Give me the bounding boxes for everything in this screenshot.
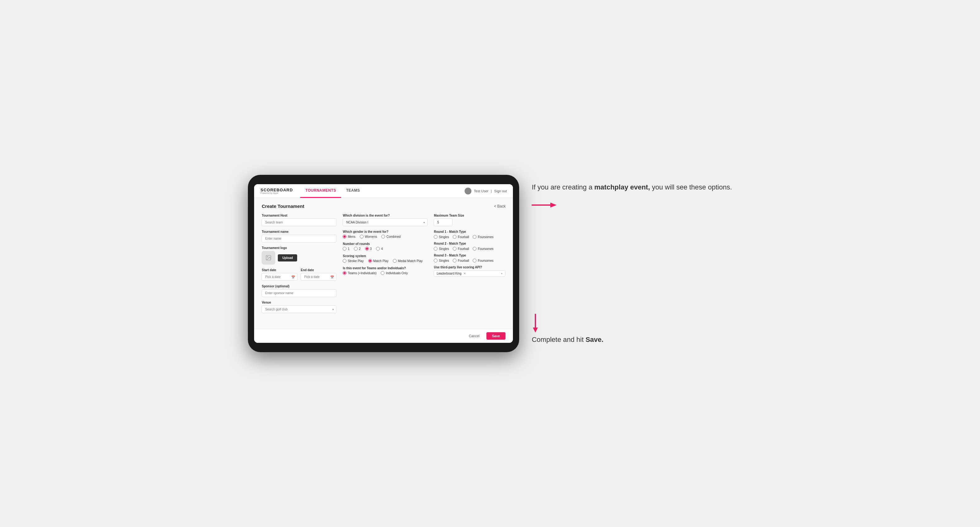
round-1[interactable]: 1 <box>343 247 350 251</box>
calendar-icon-2: 📅 <box>330 275 334 279</box>
back-link[interactable]: < Back <box>494 204 506 208</box>
svg-marker-5 <box>533 327 538 333</box>
venue-group: Venue ▾ <box>262 301 336 313</box>
event-individuals-radio[interactable] <box>381 271 385 275</box>
round1-foursomes-radio[interactable] <box>473 235 476 239</box>
form-footer: Cancel Save <box>254 329 513 343</box>
start-date-wrapper: 📅 <box>262 273 298 281</box>
navbar: SCOREBOARD Powered by clippit TOURNAMENT… <box>254 184 513 198</box>
division-group: Which division is the event for? NCAA Di… <box>343 214 428 226</box>
tournament-host-label: Tournament Host <box>262 214 336 217</box>
dates-group: Start date 📅 End date <box>262 268 336 281</box>
round-2[interactable]: 2 <box>354 247 361 251</box>
api-tag-value: Leaderboard King <box>436 272 461 275</box>
start-date-field: Start date 📅 <box>262 268 298 281</box>
main-content: Create Tournament < Back Tournament Host… <box>254 198 513 329</box>
round-3[interactable]: 3 <box>365 247 372 251</box>
round-1-radio[interactable] <box>343 247 347 251</box>
round2-fourball-radio[interactable] <box>453 247 457 251</box>
api-tag-remove[interactable]: ✕ <box>463 272 466 275</box>
round3-foursomes[interactable]: Foursomes <box>473 259 493 262</box>
round2-singles[interactable]: Singles <box>434 247 449 251</box>
venue-input[interactable] <box>262 305 336 313</box>
tablet-frame: SCOREBOARD Powered by clippit TOURNAMENT… <box>248 175 519 352</box>
upload-button[interactable]: Upload <box>278 254 297 262</box>
signout-link[interactable]: Sign out <box>494 189 507 193</box>
event-for-label: Is this event for Teams and/or Individua… <box>343 267 428 270</box>
scoring-match[interactable]: Match Play <box>368 259 388 263</box>
round-4[interactable]: 4 <box>376 247 383 251</box>
event-individuals[interactable]: Individuals Only <box>381 271 408 275</box>
round1-fourball-radio[interactable] <box>453 235 457 239</box>
max-team-size-input[interactable] <box>434 219 452 226</box>
round1-singles-radio[interactable] <box>434 235 438 239</box>
division-select[interactable]: NCAA Division I NCAA Division II NCAA Di… <box>343 219 428 226</box>
gender-womens-label: Womens <box>365 235 377 238</box>
round3-fourball-radio[interactable] <box>453 259 457 262</box>
sponsor-input[interactable] <box>262 289 336 297</box>
sponsor-group: Sponsor (optional) <box>262 284 336 297</box>
round2-foursomes[interactable]: Foursomes <box>473 247 493 251</box>
round-2-radio[interactable] <box>354 247 358 251</box>
round1-foursomes[interactable]: Foursomes <box>473 235 493 239</box>
round1-singles[interactable]: Singles <box>434 235 449 239</box>
venue-label: Venue <box>262 301 336 304</box>
third-party-api-label: Use third-party live scoring API? <box>434 265 506 269</box>
gender-combined[interactable]: Combined <box>381 235 401 238</box>
third-party-api-group: Use third-party live scoring API? Leader… <box>434 265 506 277</box>
round3-singles-radio[interactable] <box>434 259 438 262</box>
tournament-name-input[interactable] <box>262 235 336 243</box>
gender-group: Which gender is the event for? Mens Wome… <box>343 230 428 238</box>
round1-singles-label: Singles <box>439 235 449 239</box>
scoring-stroke[interactable]: Stroke Play <box>343 259 364 263</box>
round3-fourball[interactable]: Fourball <box>453 259 469 262</box>
gender-mens[interactable]: Mens <box>343 235 355 238</box>
round2-fourball[interactable]: Fourball <box>453 247 469 251</box>
annotation-matchplay-text: If you are creating a matchplay event, y… <box>531 183 732 192</box>
logo-upload-area: Upload <box>262 251 336 265</box>
event-teams-radio[interactable] <box>343 271 347 275</box>
round2-foursomes-radio[interactable] <box>473 247 476 251</box>
event-teams-label: Teams (+Individuals) <box>348 271 376 275</box>
avatar <box>465 187 471 194</box>
annotation-bottom: Complete and hit Save. <box>531 314 732 345</box>
scoring-match-radio[interactable] <box>368 259 372 263</box>
round3-singles[interactable]: Singles <box>434 259 449 262</box>
rounds-radio-group: 1 2 3 <box>343 247 428 251</box>
rounds-label: Number of rounds <box>343 242 428 246</box>
scoring-medal[interactable]: Medal Match Play <box>393 259 423 263</box>
round3-foursomes-radio[interactable] <box>473 259 476 262</box>
gender-womens[interactable]: Womens <box>360 235 377 238</box>
page-header: Create Tournament < Back <box>262 203 506 209</box>
rounds-group: Number of rounds 1 2 <box>343 242 428 251</box>
round2-label: Round 2 - Match Type <box>434 242 506 245</box>
round-4-radio[interactable] <box>376 247 380 251</box>
tournament-logo-label: Tournament logo <box>262 246 336 250</box>
api-tag: Leaderboard King ✕ ▾ <box>434 270 506 277</box>
round1-match-type: Round 1 - Match Type Singles Fourball <box>434 230 506 239</box>
pink-arrow-down-svg <box>531 314 539 333</box>
scoring-stroke-radio[interactable] <box>343 259 347 263</box>
round1-fourball[interactable]: Fourball <box>453 235 469 239</box>
tab-tournaments[interactable]: TOURNAMENTS <box>300 184 341 198</box>
division-select-wrapper: NCAA Division I NCAA Division II NCAA Di… <box>343 219 428 226</box>
gender-mens-radio[interactable] <box>343 235 347 238</box>
event-teams[interactable]: Teams (+Individuals) <box>343 271 376 275</box>
round-3-radio[interactable] <box>365 247 369 251</box>
scoring-label: Scoring system <box>343 254 428 258</box>
brand-title: SCOREBOARD <box>260 188 293 192</box>
tablet-screen: SCOREBOARD Powered by clippit TOURNAMENT… <box>254 184 513 343</box>
round2-fourball-label: Fourball <box>458 247 469 251</box>
tab-teams[interactable]: TEAMS <box>341 184 365 198</box>
round3-options: Singles Fourball Foursomes <box>434 259 506 262</box>
gender-combined-radio[interactable] <box>381 235 385 238</box>
gender-womens-radio[interactable] <box>360 235 364 238</box>
cancel-button[interactable]: Cancel <box>465 332 483 340</box>
division-label: Which division is the event for? <box>343 214 428 217</box>
tournament-host-input[interactable] <box>262 219 336 226</box>
scoring-medal-radio[interactable] <box>393 259 397 263</box>
round2-singles-radio[interactable] <box>434 247 438 251</box>
venue-select-wrapper: ▾ <box>262 305 336 313</box>
form-col-left: Tournament Host Tournament name Tourname… <box>262 214 336 317</box>
save-button[interactable]: Save <box>487 332 506 340</box>
